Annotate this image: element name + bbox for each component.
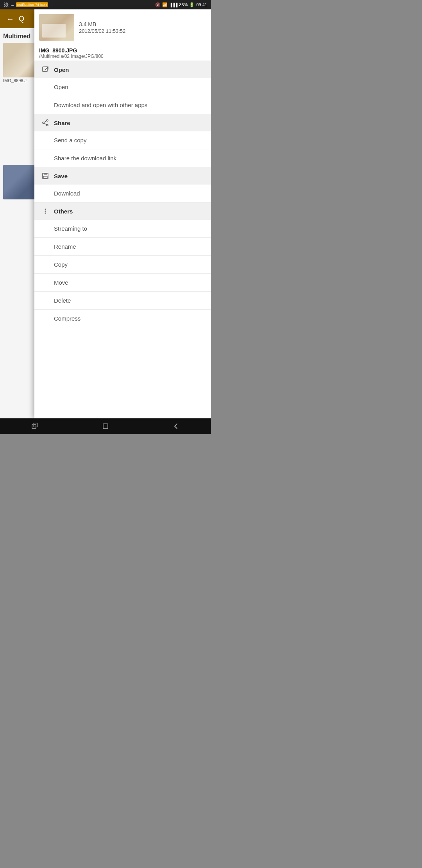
download-menu-item[interactable]: Download bbox=[34, 185, 211, 203]
file-name-path: IMG_8900.JPG /Multimedia/02 Image/JPG/80… bbox=[34, 44, 211, 61]
streaming-item-text: Streaming to bbox=[54, 225, 87, 232]
copy-item-text: Copy bbox=[54, 261, 68, 268]
svg-point-12 bbox=[45, 213, 46, 214]
send-copy-menu-item[interactable]: Send a copy bbox=[34, 131, 211, 149]
file-thumbnail bbox=[39, 14, 74, 41]
list-item: IMG_8898.J bbox=[3, 43, 38, 162]
weather-status-icon: ☁ bbox=[10, 2, 14, 7]
delete-item-text: Delete bbox=[54, 297, 71, 304]
share-section-label: Share bbox=[54, 120, 70, 126]
battery-text: 85% bbox=[179, 2, 188, 7]
rename-item-text: Rename bbox=[54, 243, 76, 250]
save-section-label: Save bbox=[54, 173, 68, 179]
share-section-header: Share bbox=[34, 114, 211, 131]
more-vert-icon bbox=[41, 206, 50, 216]
thumbnail-image bbox=[3, 43, 38, 77]
svg-rect-9 bbox=[43, 176, 47, 178]
time-display: 09:41 bbox=[196, 2, 207, 7]
bg-back-arrow-icon[interactable]: ← bbox=[6, 14, 14, 23]
save-section-header: Save bbox=[34, 167, 211, 185]
share-link-item-text: Share the download link bbox=[54, 155, 116, 161]
share-icon bbox=[41, 118, 50, 127]
wifi-icon: 📶 bbox=[162, 2, 168, 7]
compress-item-text: Compress bbox=[54, 315, 80, 322]
open-section-label: Open bbox=[54, 66, 69, 73]
others-section-header: Others bbox=[34, 203, 211, 220]
svg-point-3 bbox=[46, 124, 48, 126]
mute-icon: 🔇 bbox=[155, 2, 161, 7]
svg-point-4 bbox=[43, 122, 44, 124]
delete-menu-item[interactable]: Delete bbox=[34, 292, 211, 310]
back-button[interactable] bbox=[168, 421, 184, 432]
svg-line-6 bbox=[44, 123, 46, 125]
svg-point-2 bbox=[46, 120, 48, 121]
open-item-text: Open bbox=[54, 84, 68, 90]
battery-icon: 🔋 bbox=[189, 2, 195, 7]
home-icon bbox=[102, 423, 109, 430]
file-path: /Multimedia/02 Image/JPG/800 bbox=[39, 54, 206, 59]
move-item-text: Move bbox=[54, 279, 68, 286]
others-section-label: Others bbox=[54, 208, 73, 215]
svg-point-11 bbox=[45, 211, 46, 212]
open-menu-item[interactable]: Open bbox=[34, 78, 211, 96]
navigation-bar bbox=[0, 418, 211, 434]
home-button[interactable] bbox=[98, 421, 113, 432]
svg-rect-0 bbox=[43, 67, 47, 72]
compress-menu-item[interactable]: Compress bbox=[34, 310, 211, 327]
svg-point-10 bbox=[45, 209, 46, 210]
svg-rect-13 bbox=[32, 425, 36, 429]
svg-rect-15 bbox=[103, 424, 108, 429]
svg-rect-14 bbox=[34, 423, 38, 427]
more-status-icon: ··· bbox=[50, 2, 53, 7]
external-link-icon bbox=[41, 65, 50, 74]
context-menu-panel: 3.4 MB 2012/05/02 11:53:52 IMG_8900.JPG … bbox=[34, 9, 211, 418]
move-menu-item[interactable]: Move bbox=[34, 274, 211, 292]
status-right-icons: 🔇 📶 ▐▐▐ 85% 🔋 09:41 bbox=[155, 2, 207, 7]
file-header: 3.4 MB 2012/05/02 11:53:52 bbox=[34, 9, 211, 44]
copy-menu-item[interactable]: Copy bbox=[34, 256, 211, 274]
rename-menu-item[interactable]: Rename bbox=[34, 238, 211, 256]
recent-apps-icon bbox=[32, 423, 39, 430]
back-icon bbox=[172, 423, 179, 430]
file-size: 3.4 MB bbox=[79, 21, 125, 27]
streaming-menu-item[interactable]: Streaming to bbox=[34, 220, 211, 238]
file-name: IMG_8900.JPG bbox=[39, 47, 206, 54]
photo-status-icon: 🖼 bbox=[4, 2, 9, 7]
file-info: 3.4 MB 2012/05/02 11:53:52 bbox=[79, 21, 125, 34]
bg-toolbar-title: Q bbox=[19, 15, 24, 23]
save-icon bbox=[41, 171, 50, 181]
status-bar-left-icons: 🖼 ☁ notification-74-icon ··· bbox=[4, 2, 153, 7]
recent-apps-button[interactable] bbox=[27, 421, 43, 432]
download-open-item-text: Download and open with other apps bbox=[54, 102, 147, 108]
download-item-text: Download bbox=[54, 190, 80, 197]
file-date: 2012/05/02 11:53:52 bbox=[79, 28, 125, 34]
share-link-menu-item[interactable]: Share the download link bbox=[34, 149, 211, 167]
signal-icon: ▐▐▐ bbox=[169, 3, 177, 7]
svg-rect-8 bbox=[44, 173, 47, 175]
status-bar: 🖼 ☁ notification-74-icon ··· 🔇 📶 ▐▐▐ 85%… bbox=[0, 0, 211, 9]
thumbnail-image bbox=[3, 165, 38, 199]
notification-badge: notification-74-icon bbox=[16, 2, 48, 7]
svg-line-5 bbox=[44, 121, 46, 122]
thumbnail-label: IMG_8898.J bbox=[3, 77, 38, 84]
send-copy-item-text: Send a copy bbox=[54, 137, 86, 143]
open-section-header: Open bbox=[34, 61, 211, 78]
download-open-menu-item[interactable]: Download and open with other apps bbox=[34, 96, 211, 114]
